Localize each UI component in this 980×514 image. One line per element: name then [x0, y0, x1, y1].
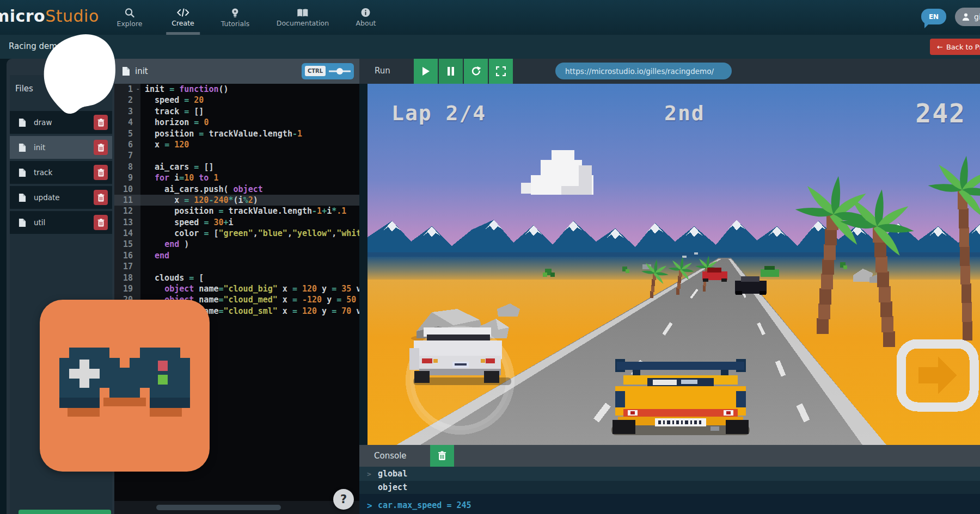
delete-file-button[interactable]: [94, 215, 108, 230]
language-badge[interactable]: EN: [921, 9, 946, 24]
console-line[interactable]: >global: [359, 467, 980, 481]
code-text: object name="cloud_big" x = 120 y = 35 v: [140, 283, 359, 294]
line-number: 3: [114, 106, 136, 117]
code-line[interactable]: 10 ai_cars.push( object: [114, 184, 359, 195]
console-body[interactable]: >globalobject>car.max_speed = 245: [359, 467, 980, 514]
file-label: update: [34, 193, 94, 202]
delete-file-button[interactable]: [94, 165, 108, 180]
search-icon: [125, 8, 135, 18]
console-title: Console: [374, 451, 407, 461]
file-row-util[interactable]: util: [10, 211, 112, 234]
code-line[interactable]: 1-init = function(): [114, 84, 359, 95]
gamepad-icon: [59, 348, 190, 428]
top-navbar: microStudio ExploreCreateTutorialsDocume…: [0, 0, 980, 35]
editor-tab-label: init: [135, 66, 148, 76]
file-icon: [19, 118, 26, 127]
fold-marker: [136, 250, 140, 261]
scrollbar-thumb[interactable]: [156, 505, 281, 510]
reload-button[interactable]: [464, 59, 488, 84]
file-row-init[interactable]: init: [10, 136, 112, 159]
line-number: 4: [114, 117, 136, 128]
file-icon: [19, 168, 26, 177]
editor-tab-bar: init CTRL: [114, 59, 359, 84]
files-title: Files: [15, 84, 33, 94]
code-line[interactable]: 3 track = []: [114, 106, 359, 117]
clear-console-button[interactable]: [430, 445, 454, 467]
game-scene[interactable]: [367, 84, 980, 445]
code-line[interactable]: 14 color = ["green","blue","yellow","whi…: [114, 228, 359, 239]
nav-item-label: Explore: [117, 20, 143, 28]
help-button[interactable]: ?: [333, 489, 354, 510]
ctrl-toggle[interactable]: CTRL: [302, 63, 354, 79]
code-text: x = 120-240*(i%2): [140, 195, 258, 206]
line-number: 17: [114, 261, 136, 272]
delete-file-button[interactable]: [94, 115, 108, 130]
code-line[interactable]: 5 position = trackValue.length-1: [114, 128, 359, 139]
line-number: 2: [114, 95, 136, 106]
run-toolbar: Run https://microstudio.io/gilles/racing…: [359, 59, 980, 84]
console-header: Console: [359, 445, 980, 467]
code-line[interactable]: 18 clouds = [: [114, 273, 359, 283]
delete-file-button[interactable]: [94, 190, 108, 205]
file-row-track[interactable]: track: [10, 161, 112, 184]
pause-button[interactable]: [439, 59, 463, 84]
user-button[interactable]: gi: [955, 8, 980, 26]
fold-marker: [136, 217, 140, 228]
code-line[interactable]: 17: [114, 261, 359, 272]
line-number: 16: [114, 250, 136, 261]
line-number: 7: [114, 150, 136, 161]
code-line[interactable]: 16 end: [114, 250, 359, 261]
code-text: for i=10 to 1: [140, 172, 218, 183]
console-input-line[interactable]: >car.max_speed = 245: [359, 497, 980, 513]
nav-item-label: Create: [171, 19, 194, 27]
code-line[interactable]: 2 speed = 20: [114, 95, 359, 106]
game-url-pill[interactable]: https://microstudio.io/gilles/racingdemo…: [555, 63, 732, 79]
code-line[interactable]: 7: [114, 150, 359, 161]
fold-marker: [136, 139, 140, 150]
code-line[interactable]: 15 end ): [114, 239, 359, 250]
code-line[interactable]: 13 speed = 30+i: [114, 217, 359, 228]
code-line[interactable]: 9 for i=10 to 1: [114, 172, 359, 183]
nav-item-tutorials[interactable]: Tutorials: [212, 0, 258, 35]
file-row-update[interactable]: update: [10, 186, 112, 209]
code-line[interactable]: 19 object name="cloud_big" x = 120 y = 3…: [114, 283, 359, 294]
code-line[interactable]: 8 ai_cars = []: [114, 162, 359, 172]
editor-hscrollbar[interactable]: [114, 501, 359, 514]
fold-marker[interactable]: -: [136, 84, 140, 95]
delete-file-button[interactable]: [94, 140, 108, 155]
add-file-button[interactable]: Add File: [19, 510, 111, 514]
user-label: gi: [974, 13, 980, 21]
code-line[interactable]: 4 horizon = 0: [114, 117, 359, 128]
info-icon: [361, 8, 371, 17]
console-text: car.max_speed = 245: [378, 500, 471, 510]
editor-tab-init[interactable]: init: [122, 66, 148, 76]
project-bar: Racing demo ← Back to Proj: [0, 35, 980, 59]
code-line[interactable]: 12 position = trackValue.length-1+i*.1: [114, 206, 359, 216]
back-to-projects-button[interactable]: ← Back to Proj: [930, 39, 980, 55]
nav-item-documentation[interactable]: Documentation: [268, 0, 338, 35]
code-text: end ): [140, 239, 189, 250]
play-button[interactable]: [414, 59, 438, 84]
ctrl-badge: CTRL: [305, 66, 326, 76]
nav-item-create[interactable]: Create: [163, 0, 203, 35]
logo-bold: micro: [0, 7, 45, 26]
line-number: 8: [114, 162, 136, 172]
file-tab-icon: [122, 66, 130, 76]
run-panel: Run https://microstudio.io/gilles/racing…: [359, 59, 980, 514]
trash-icon: [438, 451, 446, 461]
project-icon-gamepad: [40, 300, 210, 472]
nav-item-explore[interactable]: Explore: [108, 0, 151, 35]
code-line[interactable]: 11 x = 120-240*(i%2): [114, 195, 359, 206]
code-line[interactable]: 6 x = 120: [114, 139, 359, 150]
fold-marker: [136, 239, 140, 250]
file-label: track: [34, 168, 94, 177]
line-number: 6: [114, 139, 136, 150]
nav-item-about[interactable]: About: [347, 0, 385, 35]
code-text: speed = 30+i: [140, 217, 234, 228]
code-text: x = 120: [140, 139, 189, 150]
fold-marker: [136, 95, 140, 106]
fullscreen-button[interactable]: [489, 59, 513, 84]
nav-item-label: About: [356, 19, 376, 27]
microstudio-logo[interactable]: microStudio: [0, 7, 99, 26]
game-viewport[interactable]: Lap 2/4 2nd 242: [367, 84, 980, 445]
